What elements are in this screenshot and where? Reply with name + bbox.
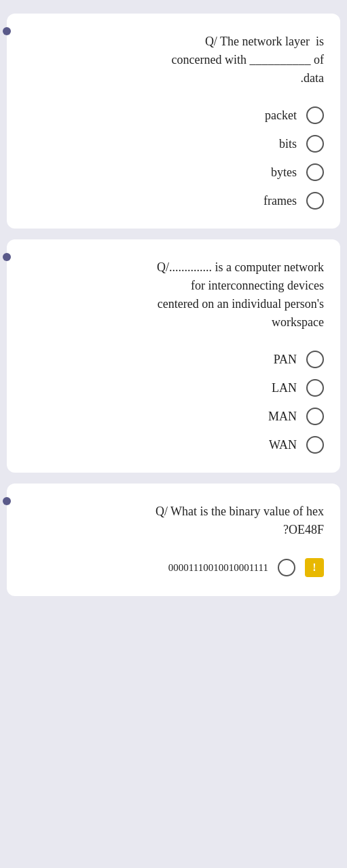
question-card-1: Q/ The network layer isconcerned with __… <box>7 14 340 229</box>
radio-packet[interactable] <box>306 106 324 124</box>
question-card-2: Q/.............. is a computer networkfo… <box>7 239 340 473</box>
radio-bits[interactable] <box>306 135 324 153</box>
question-marker-2 <box>3 253 11 261</box>
option-packet[interactable]: packet <box>265 106 324 124</box>
radio-wan[interactable] <box>306 436 324 454</box>
option-label-bits: bits <box>279 137 297 151</box>
option-label-man: MAN <box>268 410 297 424</box>
options-list-1: packet bits bytes frames <box>23 106 324 210</box>
radio-frames[interactable] <box>306 192 324 210</box>
option-frames[interactable]: frames <box>263 192 324 210</box>
option-label-pan: PAN <box>274 353 297 367</box>
option-label-frames: frames <box>263 194 297 208</box>
question-marker-1 <box>3 27 11 35</box>
radio-man[interactable] <box>306 408 324 425</box>
option-label-bytes: bytes <box>271 165 297 180</box>
radio-answer-1[interactable] <box>278 559 295 576</box>
alert-icon[interactable]: ! <box>305 558 324 577</box>
question-text-3: Q/ What is the binary value of hex?OE48F <box>23 502 324 539</box>
option-wan[interactable]: WAN <box>269 436 324 454</box>
options-list-2: PAN LAN MAN WAN <box>23 351 324 454</box>
option-bytes[interactable]: bytes <box>271 163 324 181</box>
option-pan[interactable]: PAN <box>274 351 324 368</box>
radio-lan[interactable] <box>306 379 324 397</box>
option-label-lan: LAN <box>272 381 297 395</box>
question-text-2: Q/.............. is a computer networkfo… <box>23 258 324 332</box>
answer-text-1: 00001110010010001111 <box>168 562 268 574</box>
option-label-packet: packet <box>265 108 297 123</box>
question-card-3: Q/ What is the binary value of hex?OE48F… <box>7 484 340 596</box>
option-label-wan: WAN <box>269 438 297 452</box>
question-text-1: Q/ The network layer isconcerned with __… <box>23 33 324 87</box>
answer-row-1: 00001110010010001111 ! <box>23 558 324 577</box>
option-bits[interactable]: bits <box>279 135 324 153</box>
radio-pan[interactable] <box>306 351 324 368</box>
radio-bytes[interactable] <box>306 163 324 181</box>
option-lan[interactable]: LAN <box>272 379 324 397</box>
question-marker-3 <box>3 497 11 505</box>
option-man[interactable]: MAN <box>268 408 324 425</box>
